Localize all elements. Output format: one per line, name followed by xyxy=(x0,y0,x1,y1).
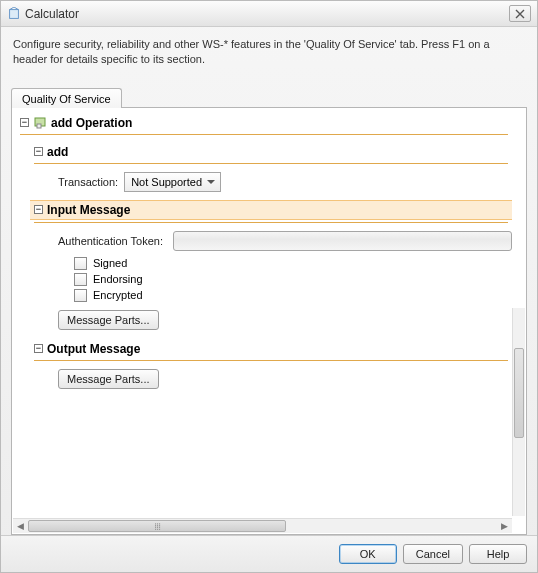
section-title: Output Message xyxy=(47,342,140,356)
cancel-button[interactable]: Cancel xyxy=(403,544,463,564)
tab-label: Quality Of Service xyxy=(22,93,111,105)
transaction-value: Not Supported xyxy=(131,176,202,188)
scrollbar-left-arrow[interactable]: ◀ xyxy=(13,521,28,531)
collapse-icon[interactable]: − xyxy=(34,205,43,214)
section-add: − add xyxy=(30,143,512,161)
section-output-message: − Output Message xyxy=(30,340,512,358)
divider xyxy=(20,134,508,135)
auth-token-field[interactable] xyxy=(173,231,512,251)
divider xyxy=(34,222,508,223)
section-title: Input Message xyxy=(47,203,130,217)
divider xyxy=(34,360,508,361)
transaction-label: Transaction: xyxy=(58,176,118,188)
app-icon xyxy=(7,7,21,21)
auth-token-label: Authentication Token: xyxy=(58,235,163,247)
scrollbar-right-arrow[interactable]: ▶ xyxy=(497,521,512,531)
endorsing-checkbox[interactable] xyxy=(74,273,87,286)
encrypted-label: Encrypted xyxy=(93,289,143,301)
section-title: add xyxy=(47,145,68,159)
titlebar: Calculator xyxy=(1,1,537,27)
svg-rect-2 xyxy=(37,124,41,128)
operation-icon xyxy=(33,116,47,130)
section-add-operation: − add Operation xyxy=(16,114,512,132)
section-input-message: − Input Message xyxy=(30,200,512,220)
transaction-select[interactable]: Not Supported xyxy=(124,172,221,192)
collapse-icon[interactable]: − xyxy=(34,344,43,353)
endorsing-label: Endorsing xyxy=(93,273,143,285)
output-message-parts-button[interactable]: Message Parts... xyxy=(58,369,159,389)
collapse-icon[interactable]: − xyxy=(20,118,29,127)
collapse-icon[interactable]: − xyxy=(34,147,43,156)
description-text: Configure security, reliability and othe… xyxy=(13,37,525,67)
dialog-footer: OK Cancel Help xyxy=(1,535,537,572)
dialog-window: Calculator Configure security, reliabili… xyxy=(0,0,538,573)
signed-label: Signed xyxy=(93,257,127,269)
close-icon xyxy=(515,9,525,19)
scrollbar-thumb[interactable] xyxy=(28,520,286,532)
close-button[interactable] xyxy=(509,5,531,22)
encrypted-checkbox[interactable] xyxy=(74,289,87,302)
input-message-parts-button[interactable]: Message Parts... xyxy=(58,310,159,330)
divider xyxy=(34,163,508,164)
ok-button[interactable]: OK xyxy=(339,544,397,564)
horizontal-scrollbar[interactable]: ◀ ▶ xyxy=(13,518,512,533)
svg-rect-0 xyxy=(10,9,19,18)
scrollbar-thumb[interactable] xyxy=(514,348,524,438)
window-title: Calculator xyxy=(25,7,79,21)
help-button[interactable]: Help xyxy=(469,544,527,564)
section-title: add Operation xyxy=(51,116,132,130)
vertical-scrollbar[interactable] xyxy=(512,308,525,516)
signed-checkbox[interactable] xyxy=(74,257,87,270)
description-area: Configure security, reliability and othe… xyxy=(1,27,537,87)
tab-panel: − add Operation − add Transaction: xyxy=(11,107,527,535)
tab-quality-of-service[interactable]: Quality Of Service xyxy=(11,88,122,108)
